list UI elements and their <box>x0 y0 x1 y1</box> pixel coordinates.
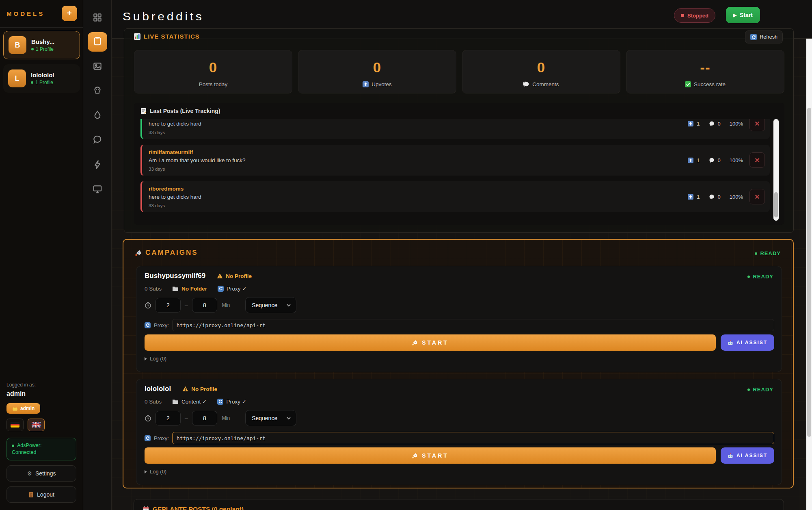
stat-value: 0 <box>298 59 456 76</box>
warning-icon <box>182 386 188 392</box>
stat-label: Comments <box>462 81 620 87</box>
campaign-buttons-row: START AI ASSIST <box>145 447 774 464</box>
refresh-button[interactable]: Refresh <box>745 30 783 43</box>
post-stats: 1 0 100% <box>688 157 743 163</box>
ai-assist-button[interactable]: AI ASSIST <box>721 447 774 464</box>
clock-icon <box>145 415 151 422</box>
close-icon: × <box>755 119 760 128</box>
proxy-icon <box>145 322 151 328</box>
mode-select[interactable]: Sequence <box>245 297 296 313</box>
posts-scrollbar-thumb[interactable] <box>774 192 778 217</box>
page-scrollbar-thumb[interactable] <box>807 108 811 437</box>
min-minutes-input[interactable] <box>155 298 181 313</box>
main-content: Subreddits Stopped ▶ Start LIVE STATISTI… <box>112 0 812 510</box>
droplet-icon[interactable] <box>92 110 103 120</box>
posts-scrollbar[interactable] <box>773 119 779 221</box>
subreddits-clipboard-tab[interactable] <box>88 32 107 52</box>
model-item-lolololol[interactable]: L lolololol 1 Profile <box>3 64 80 93</box>
model-profile-count: 1 Profile <box>31 46 54 52</box>
global-start-button[interactable]: ▶ Start <box>726 7 760 23</box>
bar-chart-icon <box>134 33 140 40</box>
delete-post-button[interactable]: × <box>749 119 765 131</box>
subs-count: 0 Subs <box>145 286 162 292</box>
ai-assist-button[interactable]: AI ASSIST <box>721 334 774 351</box>
stat-card-posts-today: 0 Posts today <box>134 50 292 93</box>
green-dot-icon <box>31 81 33 84</box>
stat-card-success-rate: -- Success rate <box>626 50 784 93</box>
comment-icon <box>523 81 529 87</box>
logout-button[interactable]: Logout <box>6 486 76 503</box>
bot-icon[interactable] <box>92 85 103 96</box>
post-subreddit[interactable]: r/milfamateurmilf <box>149 148 763 156</box>
green-dot-icon <box>12 445 14 447</box>
status-badge: Stopped <box>674 8 715 23</box>
campaign-start-button[interactable]: START <box>145 334 716 351</box>
success-check-icon <box>685 81 691 87</box>
monitor-icon[interactable] <box>92 184 103 194</box>
minutes-unit-label: Min <box>222 415 230 421</box>
min-minutes-input[interactable] <box>155 411 181 425</box>
stat-card-upvotes: 0 Upvotes <box>298 50 456 93</box>
memo-icon <box>140 108 147 114</box>
delete-post-button[interactable]: × <box>749 152 765 168</box>
folder-status: Content ✓ <box>172 398 207 405</box>
english-flag-button[interactable] <box>28 419 45 431</box>
minutes-unit-label: Min <box>222 302 230 308</box>
folder-status: No Folder <box>172 286 207 292</box>
crown-icon <box>12 406 18 411</box>
campaigns-panel: CAMPAIGNS READY Bushypussymilf69 No Prof… <box>123 239 794 488</box>
robot-icon <box>728 340 733 345</box>
stat-card-comments: 0 Comments <box>462 50 620 93</box>
post-title: Am I a mom that you would like to fuck? <box>149 156 763 164</box>
username: admin <box>6 390 76 397</box>
page-scrollbar[interactable] <box>806 39 812 510</box>
post-stats: 1 0 100% <box>688 121 743 127</box>
german-flag-button[interactable] <box>6 419 24 431</box>
folder-icon <box>172 286 179 291</box>
comment-icon <box>709 157 715 163</box>
scheduled-posts-heading: 17 GEPLANTE POSTS (0 geplant) <box>143 506 244 510</box>
add-model-button[interactable]: + <box>62 6 77 21</box>
clipboard-icon <box>92 36 103 48</box>
dashboard-grid-icon[interactable] <box>92 12 103 23</box>
chevron-down-icon <box>286 304 291 307</box>
proxy-url-input[interactable] <box>172 319 774 331</box>
campaign-meta-row: 0 Subs Content ✓ Proxy ✓ <box>145 398 246 405</box>
proxy-url-input[interactable] <box>172 432 774 444</box>
max-minutes-input[interactable] <box>192 411 217 425</box>
mode-select[interactable]: Sequence <box>245 410 296 426</box>
chat-bubble-icon[interactable] <box>92 134 103 145</box>
live-statistics-panel: LIVE STATISTICS Refresh 0 Posts today 0 … <box>124 28 794 233</box>
post-title: here to get dicks hard <box>149 193 763 201</box>
app-root: MODELS + B Bushy... 1 Profile L lolololo… <box>0 0 812 510</box>
campaign-name: Bushypussymilf69 <box>145 272 205 280</box>
stat-cards-row: 0 Posts today 0 Upvotes 0 Comments <box>134 50 784 93</box>
post-age: 33 days <box>149 203 763 208</box>
delete-post-button[interactable]: × <box>749 189 765 204</box>
green-dot-icon <box>747 388 750 391</box>
settings-button[interactable]: ⚙ Settings <box>6 465 76 482</box>
avatar: B <box>9 36 26 54</box>
sidebar-header: MODELS + <box>0 0 83 28</box>
page-title: Subreddits <box>123 11 204 23</box>
campaign-meta-row: 0 Subs No Folder Proxy ✓ <box>145 285 247 292</box>
upvote-icon <box>363 81 369 87</box>
lightning-icon[interactable] <box>92 159 103 170</box>
door-icon <box>28 492 34 498</box>
rocket-icon <box>135 250 142 256</box>
campaign-start-button[interactable]: START <box>145 447 716 464</box>
post-age: 33 days <box>149 167 763 171</box>
scheduled-posts-panel: 17 GEPLANTE POSTS (0 geplant) <box>134 499 784 510</box>
stat-label: Posts today <box>134 81 292 87</box>
model-item-bushy[interactable]: B Bushy... 1 Profile <box>3 31 80 59</box>
max-minutes-input[interactable] <box>192 298 217 313</box>
log-toggle[interactable]: Log (0) <box>145 356 166 362</box>
proxy-status: Proxy ✓ <box>217 398 246 405</box>
post-subreddit[interactable] <box>149 119 763 119</box>
image-icon[interactable] <box>92 61 103 72</box>
post-subreddit[interactable]: r/boredmoms <box>149 185 763 193</box>
upvote-icon <box>688 157 693 163</box>
robot-icon <box>728 453 733 458</box>
log-toggle[interactable]: Log (0) <box>145 469 166 475</box>
avatar: L <box>8 69 26 87</box>
